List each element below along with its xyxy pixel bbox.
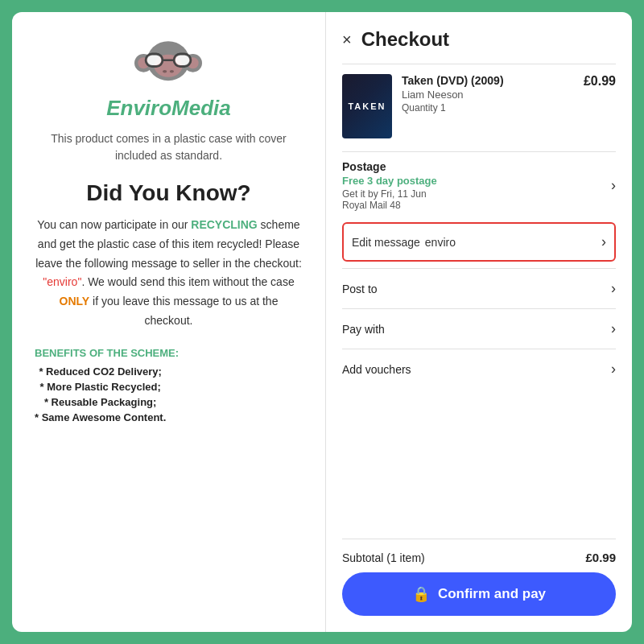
postage-chevron-icon: › <box>611 177 616 194</box>
logo-area: EnviroMedia <box>106 36 231 121</box>
checkout-title: Checkout <box>361 28 449 51</box>
product-img-text: TAKEN <box>348 101 386 111</box>
edit-message-value: enviro <box>425 236 456 249</box>
checkout-header: × Checkout <box>342 28 616 51</box>
confirm-pay-label: Confirm and pay <box>438 586 546 602</box>
recycling-description: You can now participate in our RECYCLING… <box>35 216 303 331</box>
postage-detail-line2: Royal Mail 48 <box>342 200 611 211</box>
header-divider <box>342 64 616 64</box>
benefits-list: * Reduced CO2 Delivery; * More Plastic R… <box>35 365 166 427</box>
benefit-2: * More Plastic Recycled; <box>35 381 166 393</box>
recycling-keyword: RECYCLING <box>191 218 257 231</box>
post-to-row[interactable]: Post to › <box>342 268 616 308</box>
svg-point-11 <box>163 70 167 73</box>
main-card: EnviroMedia This product comes in a plas… <box>12 12 632 632</box>
monkey-logo-icon <box>132 36 204 93</box>
product-image-inner: TAKEN <box>342 74 392 138</box>
add-vouchers-chevron-icon: › <box>611 361 616 378</box>
edit-message-chevron-icon: › <box>601 233 606 250</box>
svg-rect-9 <box>147 56 162 65</box>
postage-row[interactable]: Postage Free 3 day postage Get it by Fri… <box>342 151 616 219</box>
did-you-know-heading: Did You Know? <box>86 180 250 206</box>
product-row: TAKEN Taken (DVD) (2009) Liam Neeson Qua… <box>342 74 616 138</box>
subtotal-label: Subtotal (1 item) <box>342 551 425 564</box>
product-price: £0.99 <box>584 74 616 89</box>
postage-free-label: Free 3 day postage <box>342 175 611 187</box>
subtotal-price: £0.99 <box>585 551 616 564</box>
edit-message-content: Edit message enviro <box>352 236 456 249</box>
post-to-label: Post to <box>342 283 378 295</box>
benefit-3: * Reusable Packaging; <box>35 396 166 408</box>
edit-message-row[interactable]: Edit message enviro › <box>342 222 616 262</box>
postage-detail-line1: Get it by Fri, 11 Jun <box>342 188 611 200</box>
lock-icon: 🔒 <box>412 585 430 603</box>
pay-with-row[interactable]: Pay with › <box>342 308 616 349</box>
edit-message-label: Edit message <box>352 236 420 249</box>
brand-name: EnviroMedia <box>106 96 231 121</box>
product-info: Taken (DVD) (2009) Liam Neeson Quantity … <box>402 74 574 114</box>
tagline: This product comes in a plastic case wit… <box>35 130 303 164</box>
product-image: TAKEN <box>342 74 392 138</box>
only-keyword: ONLY <box>60 295 90 308</box>
subtotal-row: Subtotal (1 item) £0.99 <box>342 539 616 572</box>
benefit-1: * Reduced CO2 Delivery; <box>35 365 166 378</box>
product-quantity: Quantity 1 <box>402 102 574 114</box>
confirm-pay-button[interactable]: 🔒 Confirm and pay <box>342 572 616 616</box>
left-panel: EnviroMedia This product comes in a plas… <box>12 12 326 632</box>
benefits-title: BENEFITS OF THE SCHEME: <box>35 347 179 359</box>
benefit-4: * Same Awesome Content. <box>35 411 166 423</box>
postage-label: Postage <box>342 160 611 173</box>
pay-with-chevron-icon: › <box>611 320 616 337</box>
svg-point-12 <box>170 70 174 73</box>
add-vouchers-row[interactable]: Add vouchers › <box>342 349 616 389</box>
message-keyword: "enviro" <box>43 275 81 288</box>
product-subtitle: Liam Neeson <box>402 89 574 101</box>
postage-content: Postage Free 3 day postage Get it by Fri… <box>342 160 611 211</box>
add-vouchers-label: Add vouchers <box>342 363 411 376</box>
post-to-chevron-icon: › <box>611 280 616 297</box>
svg-rect-10 <box>175 56 190 65</box>
right-panel: × Checkout TAKEN Taken (DVD) (2009) Liam… <box>326 12 632 632</box>
close-button[interactable]: × <box>342 31 352 47</box>
product-title: Taken (DVD) (2009) <box>402 74 574 87</box>
pay-with-label: Pay with <box>342 323 385 336</box>
